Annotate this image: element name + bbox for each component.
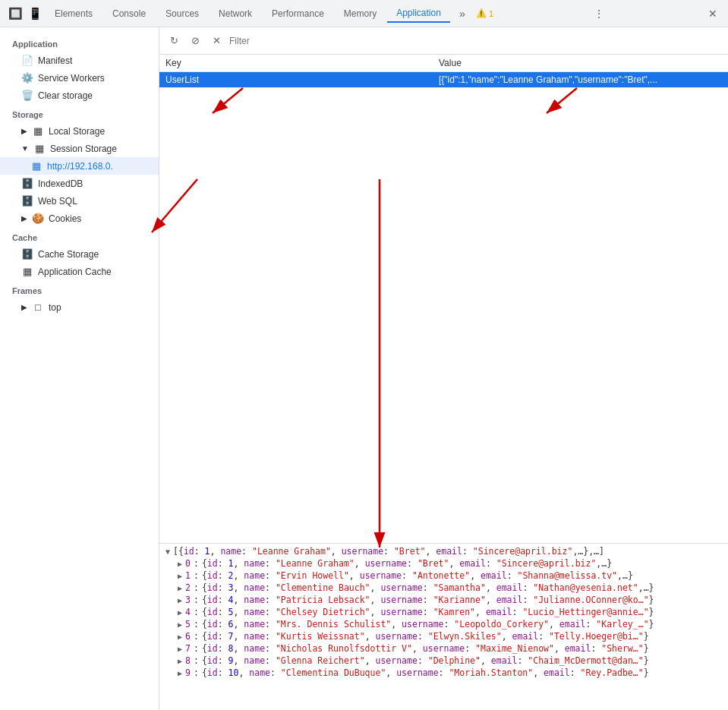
- inspect-icon[interactable]: 🔲: [6, 5, 24, 23]
- json-entry-3[interactable]: ▶ 3: {id: 4, name: "Patricia Lebsack", u…: [159, 594, 728, 606]
- json-index: 3: [185, 595, 191, 605]
- service-workers-icon: ⚙️: [21, 72, 33, 84]
- expand-icon[interactable]: ▶: [178, 608, 182, 617]
- session-storage-icon: ▦: [33, 143, 46, 154]
- sidebar-section-frames: Frames: [0, 280, 159, 298]
- json-entry-4[interactable]: ▶ 4: {id: 5, name: "Chelsey Dietrich", u…: [159, 606, 728, 618]
- chevron-down-icon: ▼: [21, 144, 29, 153]
- block-icon[interactable]: ⊘: [187, 33, 203, 49]
- json-index: 0: [185, 558, 191, 569]
- expand-icon[interactable]: ▼: [165, 547, 170, 556]
- cache-storage-icon: 🗄️: [21, 248, 33, 260]
- sidebar-item-cookies[interactable]: ▶ 🍪 Cookies: [0, 210, 159, 227]
- json-entry-9[interactable]: ▶ 9: {id: 10, name: "Clementina DuBuque"…: [159, 667, 728, 679]
- json-entry-content: {id: 5, name: "Chelsey Dietrich", userna…: [202, 607, 654, 617]
- delete-icon[interactable]: ✕: [208, 33, 225, 49]
- local-storage-icon: ▦: [32, 125, 44, 137]
- tab-application[interactable]: Application: [387, 5, 450, 23]
- filter-input[interactable]: [229, 36, 722, 46]
- sidebar-item-manifest[interactable]: 📄 Manifest: [0, 52, 159, 69]
- sidebar-item-label: Clear storage: [38, 90, 93, 101]
- json-index: 8: [185, 655, 191, 666]
- expand-icon[interactable]: ▶: [178, 669, 182, 677]
- tab-sources[interactable]: Sources: [156, 5, 208, 22]
- sidebar-item-label: http://192.168.0.: [47, 161, 113, 172]
- tab-memory[interactable]: Memory: [335, 5, 386, 22]
- sidebar-item-local-storage[interactable]: ▶ ▦ Local Storage: [0, 122, 159, 140]
- json-entry-2[interactable]: ▶ 2: {id: 3, name: "Clementine Bauch", u…: [159, 582, 728, 594]
- json-entry-content: {id: 4, name: "Patricia Lebsack", userna…: [202, 595, 654, 605]
- tab-elements[interactable]: Elements: [46, 5, 102, 22]
- table-area: Key Value UserList [{"id":1,"name":"Lean…: [159, 55, 728, 710]
- application-cache-icon: ▦: [21, 266, 33, 277]
- indexeddb-icon: 🗄️: [21, 178, 33, 189]
- json-entry-content: {id: 6, name: "Mrs. Dennis Schulist", us…: [202, 619, 654, 630]
- chevron-right-icon: ▶: [21, 127, 27, 135]
- sidebar-item-service-workers[interactable]: ⚙️ Service Workers: [0, 69, 159, 87]
- sidebar-item-label: Application Cache: [38, 267, 112, 277]
- refresh-icon[interactable]: ↻: [165, 33, 182, 49]
- chevron-right-icon3: ▶: [21, 303, 27, 311]
- sidebar-item-label: Local Storage: [49, 126, 105, 137]
- tab-performance[interactable]: Performance: [263, 5, 333, 22]
- clear-storage-icon: 🗑️: [21, 90, 33, 101]
- json-entry-content: {id: 7, name: "Kurtis Weissnat", usernam…: [202, 631, 649, 642]
- expand-icon[interactable]: ▶: [178, 657, 182, 665]
- expand-icon[interactable]: ▶: [178, 572, 182, 580]
- expand-icon[interactable]: ▶: [178, 596, 182, 604]
- sidebar-item-cache-storage[interactable]: 🗄️ Cache Storage: [0, 245, 159, 263]
- expand-icon[interactable]: ▶: [178, 560, 182, 568]
- sidebar-item-web-sql[interactable]: 🗄️ Web SQL: [0, 192, 159, 210]
- sidebar-item-label: Session Storage: [50, 144, 117, 154]
- table-row[interactable]: UserList [{"id":1,"name":"Leanne Graham"…: [159, 72, 728, 88]
- json-entry-content: {id: 2, name: "Ervin Howell", username: …: [202, 570, 633, 581]
- chevron-right-icon2: ▶: [21, 214, 27, 222]
- expand-icon[interactable]: ▶: [178, 633, 182, 641]
- settings-icon[interactable]: ⋮: [590, 5, 608, 23]
- json-root-line[interactable]: ▼ [{id: 1, name: "Leanne Graham", userna…: [159, 545, 728, 557]
- sidebar: Application 📄 Manifest ⚙️ Service Worker…: [0, 27, 159, 710]
- web-sql-icon: 🗄️: [21, 195, 33, 207]
- close-icon[interactable]: ✕: [704, 5, 722, 23]
- main-container: Application 📄 Manifest ⚙️ Service Worker…: [0, 27, 728, 710]
- devtools-toolbar: 🔲 📱 Elements Console Sources Network Per…: [0, 0, 728, 27]
- sidebar-item-session-storage[interactable]: ▼ ▦ Session Storage: [0, 140, 159, 157]
- tab-network[interactable]: Network: [210, 5, 261, 22]
- json-index: 6: [185, 631, 191, 642]
- storage-table: Key Value UserList [{"id":1,"name":"Lean…: [159, 55, 728, 88]
- col-header-key: Key: [159, 55, 433, 72]
- json-entry-1[interactable]: ▶ 1: {id: 2, name: "Ervin Howell", usern…: [159, 570, 728, 582]
- warning-badge: ⚠️ 1: [476, 8, 493, 18]
- json-entry-content: {id: 1, name: "Leanne Graham", username:…: [202, 558, 612, 569]
- storage-toolbar: ↻ ⊘ ✕: [159, 27, 728, 55]
- sidebar-section-storage: Storage: [0, 104, 159, 122]
- json-entry-content: {id: 10, name: "Clementina DuBuque", use…: [202, 667, 649, 678]
- more-tabs-icon[interactable]: »: [453, 5, 471, 23]
- expand-icon[interactable]: ▶: [178, 620, 182, 629]
- sidebar-item-session-origin[interactable]: ▦ http://192.168.0.: [0, 157, 159, 175]
- sidebar-item-clear-storage[interactable]: 🗑️ Clear storage: [0, 87, 159, 104]
- expand-icon[interactable]: ▶: [178, 584, 182, 592]
- json-entry-7[interactable]: ▶ 7: {id: 8, name: "Nicholas Runolfsdott…: [159, 642, 728, 655]
- frame-icon: □: [32, 301, 44, 313]
- device-icon[interactable]: 📱: [26, 5, 44, 23]
- json-entry-8[interactable]: ▶ 8: {id: 9, name: "Glenna Reichert", us…: [159, 655, 728, 667]
- sidebar-item-label: Manifest: [38, 55, 72, 66]
- json-index: 5: [185, 619, 191, 630]
- json-index: 2: [185, 582, 191, 593]
- sidebar-item-frames-top[interactable]: ▶ □ top: [0, 298, 159, 316]
- json-entry-0[interactable]: ▶ 0: {id: 1, name: "Leanne Graham", user…: [159, 557, 728, 570]
- sidebar-item-application-cache[interactable]: ▦ Application Cache: [0, 263, 159, 280]
- json-entry-6[interactable]: ▶ 6: {id: 7, name: "Kurtis Weissnat", us…: [159, 630, 728, 642]
- sidebar-item-indexeddb[interactable]: 🗄️ IndexedDB: [0, 175, 159, 192]
- json-index: 1: [185, 570, 191, 581]
- json-entry-5[interactable]: ▶ 5: {id: 6, name: "Mrs. Dennis Schulist…: [159, 618, 728, 630]
- sidebar-item-label: Cache Storage: [38, 249, 99, 260]
- col-header-value: Value: [433, 55, 728, 72]
- manifest-icon: 📄: [21, 55, 33, 66]
- json-root-content: [{id: 1, name: "Leanne Graham", username…: [173, 546, 604, 557]
- expand-icon[interactable]: ▶: [178, 645, 182, 653]
- tab-console[interactable]: Console: [103, 5, 155, 22]
- cookies-icon: 🍪: [32, 213, 44, 224]
- warning-count: 1: [489, 9, 493, 18]
